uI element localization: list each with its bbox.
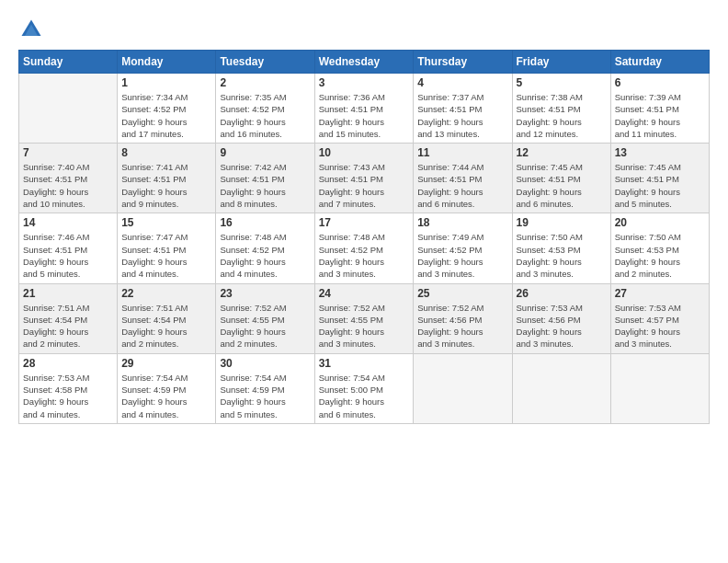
calendar-header-monday: Monday [118, 51, 216, 74]
calendar-page: SundayMondayTuesdayWednesdayThursdayFrid… [0, 0, 728, 563]
calendar-cell: 18Sunrise: 7:49 AMSunset: 4:52 PMDayligh… [414, 213, 512, 283]
calendar-cell: 12Sunrise: 7:45 AMSunset: 4:51 PMDayligh… [512, 144, 610, 213]
calendar-cell: 16Sunrise: 7:48 AMSunset: 4:52 PMDayligh… [216, 213, 314, 283]
day-info: Sunrise: 7:43 AMSunset: 4:51 PMDaylight:… [319, 161, 410, 210]
day-info: Sunrise: 7:46 AMSunset: 4:51 PMDaylight:… [23, 231, 113, 280]
calendar-cell: 4Sunrise: 7:37 AMSunset: 4:51 PMDaylight… [414, 74, 512, 144]
day-number: 8 [121, 146, 211, 159]
day-number: 5 [517, 76, 607, 89]
day-number: 23 [220, 287, 310, 300]
calendar-week-row: 28Sunrise: 7:53 AMSunset: 4:58 PMDayligh… [19, 353, 710, 423]
day-number: 27 [615, 287, 705, 300]
calendar-header-wednesday: Wednesday [314, 51, 414, 74]
calendar-cell: 7Sunrise: 7:40 AMSunset: 4:51 PMDaylight… [19, 144, 118, 213]
calendar-cell: 11Sunrise: 7:44 AMSunset: 4:51 PMDayligh… [414, 144, 512, 213]
day-info: Sunrise: 7:53 AMSunset: 4:58 PMDaylight:… [23, 372, 113, 420]
day-number: 29 [121, 357, 211, 370]
calendar-cell: 26Sunrise: 7:53 AMSunset: 4:56 PMDayligh… [512, 283, 610, 353]
day-number: 13 [615, 146, 705, 159]
calendar-header-sunday: Sunday [19, 51, 118, 74]
day-info: Sunrise: 7:40 AMSunset: 4:51 PMDaylight:… [23, 161, 113, 210]
day-info: Sunrise: 7:35 AMSunset: 4:52 PMDaylight:… [220, 91, 310, 140]
day-info: Sunrise: 7:41 AMSunset: 4:51 PMDaylight:… [121, 161, 211, 210]
day-info: Sunrise: 7:53 AMSunset: 4:57 PMDaylight:… [615, 302, 705, 350]
calendar-cell: 28Sunrise: 7:53 AMSunset: 4:58 PMDayligh… [19, 353, 118, 423]
calendar-cell: 23Sunrise: 7:52 AMSunset: 4:55 PMDayligh… [216, 283, 314, 353]
day-info: Sunrise: 7:48 AMSunset: 4:52 PMDaylight:… [319, 231, 410, 280]
day-info: Sunrise: 7:47 AMSunset: 4:51 PMDaylight:… [121, 231, 211, 280]
calendar-week-row: 21Sunrise: 7:51 AMSunset: 4:54 PMDayligh… [19, 283, 710, 353]
day-info: Sunrise: 7:49 AMSunset: 4:52 PMDaylight:… [417, 231, 507, 280]
day-info: Sunrise: 7:34 AMSunset: 4:52 PMDaylight:… [121, 91, 211, 140]
calendar-cell: 9Sunrise: 7:42 AMSunset: 4:51 PMDaylight… [216, 144, 314, 213]
day-info: Sunrise: 7:45 AMSunset: 4:51 PMDaylight:… [517, 161, 607, 210]
day-number: 14 [23, 216, 113, 229]
day-info: Sunrise: 7:52 AMSunset: 4:55 PMDaylight:… [319, 302, 410, 350]
day-number: 11 [417, 146, 507, 159]
day-number: 21 [23, 287, 113, 300]
day-number: 19 [517, 216, 607, 229]
calendar-cell: 22Sunrise: 7:51 AMSunset: 4:54 PMDayligh… [118, 283, 216, 353]
calendar-cell: 8Sunrise: 7:41 AMSunset: 4:51 PMDaylight… [118, 144, 216, 213]
day-info: Sunrise: 7:42 AMSunset: 4:51 PMDaylight:… [220, 161, 310, 210]
calendar-table: SundayMondayTuesdayWednesdayThursdayFrid… [18, 50, 710, 424]
day-number: 9 [220, 146, 310, 159]
day-number: 30 [220, 357, 310, 370]
calendar-cell [610, 353, 709, 423]
calendar-cell [414, 353, 512, 423]
day-info: Sunrise: 7:54 AMSunset: 4:59 PMDaylight:… [220, 372, 310, 420]
calendar-cell: 24Sunrise: 7:52 AMSunset: 4:55 PMDayligh… [314, 283, 414, 353]
calendar-cell: 14Sunrise: 7:46 AMSunset: 4:51 PMDayligh… [19, 213, 118, 283]
calendar-header-row: SundayMondayTuesdayWednesdayThursdayFrid… [19, 51, 710, 74]
logo-icon [18, 17, 44, 42]
day-info: Sunrise: 7:50 AMSunset: 4:53 PMDaylight:… [615, 231, 705, 280]
calendar-cell: 19Sunrise: 7:50 AMSunset: 4:53 PMDayligh… [512, 213, 610, 283]
day-info: Sunrise: 7:44 AMSunset: 4:51 PMDaylight:… [417, 161, 507, 210]
calendar-cell [19, 74, 118, 144]
day-info: Sunrise: 7:38 AMSunset: 4:51 PMDaylight:… [517, 91, 607, 140]
day-number: 1 [121, 76, 211, 89]
calendar-cell: 31Sunrise: 7:54 AMSunset: 5:00 PMDayligh… [314, 353, 414, 423]
day-number: 6 [615, 76, 705, 89]
day-number: 18 [417, 216, 507, 229]
day-number: 4 [417, 76, 507, 89]
calendar-cell: 6Sunrise: 7:39 AMSunset: 4:51 PMDaylight… [610, 74, 709, 144]
calendar-week-row: 1Sunrise: 7:34 AMSunset: 4:52 PMDaylight… [19, 74, 710, 144]
calendar-cell: 15Sunrise: 7:47 AMSunset: 4:51 PMDayligh… [118, 213, 216, 283]
day-info: Sunrise: 7:51 AMSunset: 4:54 PMDaylight:… [121, 302, 211, 350]
day-info: Sunrise: 7:45 AMSunset: 4:51 PMDaylight:… [615, 161, 705, 210]
day-number: 15 [121, 216, 211, 229]
calendar-cell [512, 353, 610, 423]
calendar-cell: 10Sunrise: 7:43 AMSunset: 4:51 PMDayligh… [314, 144, 414, 213]
calendar-cell: 25Sunrise: 7:52 AMSunset: 4:56 PMDayligh… [414, 283, 512, 353]
calendar-cell: 2Sunrise: 7:35 AMSunset: 4:52 PMDaylight… [216, 74, 314, 144]
day-info: Sunrise: 7:52 AMSunset: 4:56 PMDaylight:… [417, 302, 507, 350]
day-info: Sunrise: 7:48 AMSunset: 4:52 PMDaylight:… [220, 231, 310, 280]
calendar-cell: 21Sunrise: 7:51 AMSunset: 4:54 PMDayligh… [19, 283, 118, 353]
day-number: 16 [220, 216, 310, 229]
calendar-header-tuesday: Tuesday [216, 51, 314, 74]
day-number: 7 [23, 146, 113, 159]
day-info: Sunrise: 7:54 AMSunset: 5:00 PMDaylight:… [319, 372, 410, 420]
day-number: 17 [319, 216, 410, 229]
day-number: 28 [23, 357, 113, 370]
day-info: Sunrise: 7:52 AMSunset: 4:55 PMDaylight:… [220, 302, 310, 350]
calendar-header-thursday: Thursday [414, 51, 512, 74]
day-number: 31 [319, 357, 410, 370]
day-info: Sunrise: 7:54 AMSunset: 4:59 PMDaylight:… [121, 372, 211, 420]
calendar-week-row: 7Sunrise: 7:40 AMSunset: 4:51 PMDaylight… [19, 144, 710, 213]
day-number: 2 [220, 76, 310, 89]
day-info: Sunrise: 7:36 AMSunset: 4:51 PMDaylight:… [319, 91, 410, 140]
day-info: Sunrise: 7:51 AMSunset: 4:54 PMDaylight:… [23, 302, 113, 350]
calendar-cell: 30Sunrise: 7:54 AMSunset: 4:59 PMDayligh… [216, 353, 314, 423]
calendar-cell: 27Sunrise: 7:53 AMSunset: 4:57 PMDayligh… [610, 283, 709, 353]
day-info: Sunrise: 7:37 AMSunset: 4:51 PMDaylight:… [417, 91, 507, 140]
header [18, 17, 710, 42]
calendar-cell: 20Sunrise: 7:50 AMSunset: 4:53 PMDayligh… [610, 213, 709, 283]
calendar-cell: 1Sunrise: 7:34 AMSunset: 4:52 PMDaylight… [118, 74, 216, 144]
calendar-cell: 17Sunrise: 7:48 AMSunset: 4:52 PMDayligh… [314, 213, 414, 283]
day-number: 25 [417, 287, 507, 300]
logo [18, 17, 48, 42]
calendar-cell: 5Sunrise: 7:38 AMSunset: 4:51 PMDaylight… [512, 74, 610, 144]
day-info: Sunrise: 7:53 AMSunset: 4:56 PMDaylight:… [517, 302, 607, 350]
